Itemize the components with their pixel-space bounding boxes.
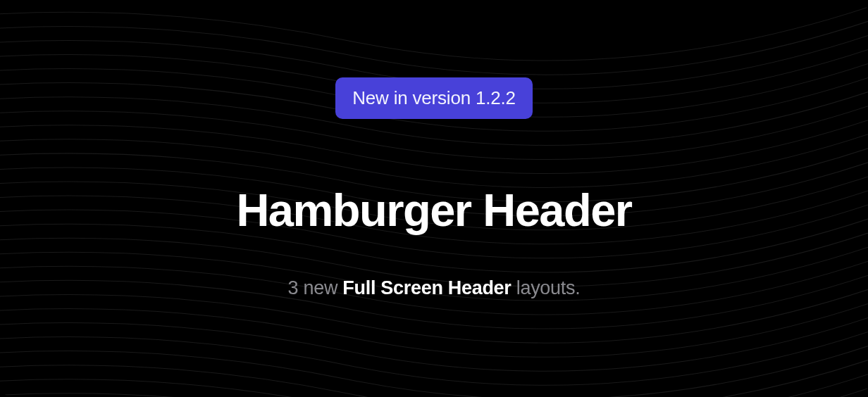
- version-badge: New in version 1.2.2: [335, 77, 533, 119]
- subtitle-prefix: 3 new: [288, 277, 343, 298]
- hero-content: New in version 1.2.2 Hamburger Header 3 …: [236, 77, 631, 299]
- subtitle: 3 new Full Screen Header layouts.: [288, 277, 581, 299]
- subtitle-suffix: layouts.: [512, 277, 581, 298]
- subtitle-highlight: Full Screen Header: [342, 277, 511, 298]
- page-title: Hamburger Header: [236, 184, 631, 237]
